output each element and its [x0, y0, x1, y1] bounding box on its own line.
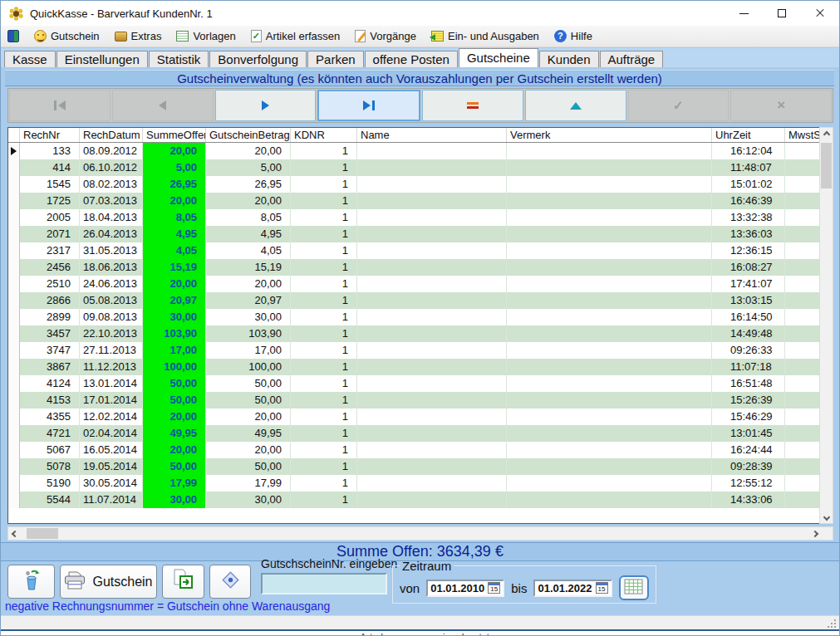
- cell-gutscheinbetrag[interactable]: 8,05: [206, 209, 291, 226]
- cell-kdnr[interactable]: 1: [291, 242, 357, 259]
- cell-kdnr[interactable]: 1: [291, 259, 357, 276]
- calendar-dropdown-icon[interactable]: 15: [488, 582, 500, 594]
- cell-name[interactable]: [357, 458, 507, 475]
- cell-rechdatum[interactable]: 09.08.2013: [80, 309, 143, 325]
- cell-summeoffen[interactable]: 20,00: [143, 276, 206, 292]
- column-header-uhrzeit[interactable]: UhrZeit: [712, 128, 785, 142]
- cell-rechnr[interactable]: 414: [20, 159, 80, 176]
- cell-uhrzeit[interactable]: 14:49:48: [712, 325, 785, 342]
- cell-rechdatum[interactable]: 30.05.2014: [80, 475, 143, 492]
- cell-mwsts[interactable]: [785, 209, 819, 226]
- table-row[interactable]: 172507.03.201320,0020,00116:46:39: [8, 193, 819, 209]
- cell-uhrzeit[interactable]: 13:36:03: [712, 226, 785, 242]
- cell-kdnr[interactable]: 1: [291, 442, 357, 458]
- cell-summeoffen[interactable]: 20,00: [143, 409, 206, 425]
- cell-name[interactable]: [357, 392, 507, 409]
- cell-vermerk[interactable]: [507, 143, 712, 159]
- cell-rechdatum[interactable]: 18.04.2013: [80, 209, 143, 226]
- cell-summeoffen[interactable]: 50,00: [143, 458, 206, 475]
- menu-item-extras[interactable]: Extras: [115, 30, 162, 42]
- cell-uhrzeit[interactable]: 16:46:39: [712, 193, 785, 209]
- column-header-kdnr[interactable]: KDNR: [291, 128, 357, 142]
- cell-mwsts[interactable]: [785, 425, 819, 442]
- cell-name[interactable]: [357, 159, 507, 176]
- cell-rechdatum[interactable]: 26.04.2013: [80, 226, 143, 242]
- table-row[interactable]: 13308.09.201220,0020,00116:12:04: [8, 143, 819, 159]
- cell-summeoffen[interactable]: 17,99: [143, 475, 206, 492]
- cell-summeoffen[interactable]: 20,00: [143, 143, 206, 159]
- cell-mwsts[interactable]: [785, 442, 819, 458]
- cell-gutscheinbetrag[interactable]: 26,95: [206, 176, 291, 193]
- cell-kdnr[interactable]: 1: [291, 276, 357, 292]
- cell-uhrzeit[interactable]: 17:41:07: [712, 276, 785, 292]
- cell-gutscheinbetrag[interactable]: 20,00: [206, 442, 291, 458]
- nav-cancel-button[interactable]: ×: [730, 90, 832, 121]
- cell-uhrzeit[interactable]: 12:55:12: [712, 475, 785, 492]
- cell-summeoffen[interactable]: 49,95: [143, 425, 206, 442]
- cell-mwsts[interactable]: [785, 292, 819, 309]
- cell-rechnr[interactable]: 2005: [20, 209, 80, 226]
- cell-rechdatum[interactable]: 02.04.2014: [80, 425, 143, 442]
- cell-rechnr[interactable]: 2071: [20, 226, 80, 242]
- cell-rechnr[interactable]: 5544: [20, 492, 80, 508]
- cell-rechdatum[interactable]: 16.05.2014: [80, 442, 143, 458]
- table-row[interactable]: 506716.05.201420,0020,00116:24:44: [8, 442, 819, 458]
- table-row[interactable]: 412413.01.201450,0050,00116:51:48: [8, 375, 819, 392]
- cell-name[interactable]: [357, 425, 507, 442]
- table-row[interactable]: 519030.05.201417,9917,99112:55:12: [8, 475, 819, 492]
- column-header-gutscheinbetrag[interactable]: GutscheinBetrag: [206, 128, 291, 142]
- cell-vermerk[interactable]: [507, 259, 712, 276]
- cell-rechdatum[interactable]: 06.10.2012: [80, 159, 143, 176]
- cell-vermerk[interactable]: [507, 425, 712, 442]
- cell-rechnr[interactable]: 133: [20, 143, 80, 159]
- nav-post-button[interactable]: ✓: [628, 90, 729, 121]
- cell-mwsts[interactable]: [785, 259, 819, 276]
- cell-mwsts[interactable]: [785, 143, 819, 159]
- cell-mwsts[interactable]: [785, 176, 819, 193]
- cell-gutscheinbetrag[interactable]: 100,00: [206, 359, 291, 375]
- cell-vermerk[interactable]: [507, 409, 712, 425]
- cell-rechnr[interactable]: 4721: [20, 425, 80, 442]
- cell-name[interactable]: [357, 475, 507, 492]
- scroll-right-arrow-icon[interactable]: [808, 527, 821, 540]
- calendar-table-button[interactable]: [619, 575, 649, 600]
- cell-name[interactable]: [357, 359, 507, 375]
- nav-delete-button[interactable]: [422, 90, 523, 121]
- cell-rechnr[interactable]: 4355: [20, 409, 80, 425]
- cell-uhrzeit[interactable]: 13:03:15: [712, 292, 785, 309]
- cell-kdnr[interactable]: 1: [291, 143, 357, 159]
- horizontal-scrollbar[interactable]: [7, 526, 833, 541]
- cell-rechnr[interactable]: 5190: [20, 475, 80, 492]
- cell-vermerk[interactable]: [507, 392, 712, 409]
- cell-uhrzeit[interactable]: 15:01:02: [712, 176, 785, 193]
- cell-rechdatum[interactable]: 05.08.2013: [80, 292, 143, 309]
- column-header-rechnr[interactable]: RechNr: [20, 128, 80, 142]
- voucher-number-input[interactable]: [261, 573, 387, 594]
- cell-rechnr[interactable]: 2866: [20, 292, 80, 309]
- cell-gutscheinbetrag[interactable]: 20,00: [206, 276, 291, 292]
- table-row[interactable]: 207126.04.20134,954,95113:36:03: [8, 226, 819, 242]
- cell-mwsts[interactable]: [785, 392, 819, 409]
- cell-vermerk[interactable]: [507, 209, 712, 226]
- tab-parken[interactable]: Parken: [307, 51, 364, 67]
- cell-summeoffen[interactable]: 100,00: [143, 359, 206, 375]
- cell-mwsts[interactable]: [785, 276, 819, 292]
- cell-summeoffen[interactable]: 20,00: [143, 442, 206, 458]
- table-row[interactable]: 374727.11.201317,0017,00109:26:33: [8, 342, 819, 359]
- cell-uhrzeit[interactable]: 09:28:39: [712, 458, 785, 475]
- cell-gutscheinbetrag[interactable]: 17,00: [206, 342, 291, 359]
- table-row[interactable]: 345722.10.2013103,90103,90114:49:48: [8, 325, 819, 342]
- close-button[interactable]: [801, 1, 839, 26]
- cell-vermerk[interactable]: [507, 242, 712, 259]
- cell-mwsts[interactable]: [785, 375, 819, 392]
- cell-summeoffen[interactable]: 20,97: [143, 292, 206, 309]
- table-row[interactable]: 554411.07.201430,0030,00114:33:06: [8, 492, 819, 508]
- cell-rechdatum[interactable]: 24.06.2013: [80, 276, 143, 292]
- cell-summeoffen[interactable]: 20,00: [143, 193, 206, 209]
- cell-summeoffen[interactable]: 4,05: [143, 242, 206, 259]
- cell-name[interactable]: [357, 409, 507, 425]
- nav-last-button[interactable]: [317, 90, 420, 121]
- cell-gutscheinbetrag[interactable]: 15,19: [206, 259, 291, 276]
- cell-vermerk[interactable]: [507, 475, 712, 492]
- nav-first-button[interactable]: [9, 90, 111, 121]
